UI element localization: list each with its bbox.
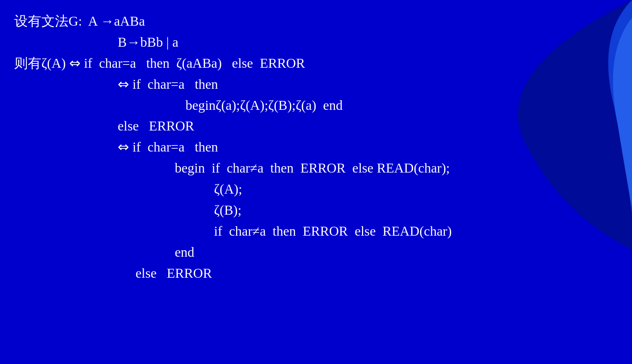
line-13: else ERROR [14,263,618,284]
slide-content: 设有文法G: A →aABa B→bBb | a 则有ζ(A) ⇔ if cha… [0,0,632,294]
line-6: else ERROR [14,116,618,137]
line-3: 则有ζ(A) ⇔ if char=a then ζ(aABa) else ERR… [14,53,618,74]
line-9: ζ(A); [14,179,618,200]
line-5: beginζ(a);ζ(A);ζ(B);ζ(a) end [14,95,618,116]
line-7: ⇔ if char=a then [14,137,618,158]
line-11: if char≠a then ERROR else READ(char) [14,221,618,242]
line-12: end [14,242,618,263]
line-8: begin if char≠a then ERROR else READ(cha… [14,158,618,179]
line-4: ⇔ if char=a then [14,74,618,95]
lines-container: 设有文法G: A →aABa B→bBb | a 则有ζ(A) ⇔ if cha… [14,11,618,284]
line-1: 设有文法G: A →aABa [14,11,618,32]
line-10: ζ(B); [14,200,618,221]
line-2: B→bBb | a [14,32,618,53]
